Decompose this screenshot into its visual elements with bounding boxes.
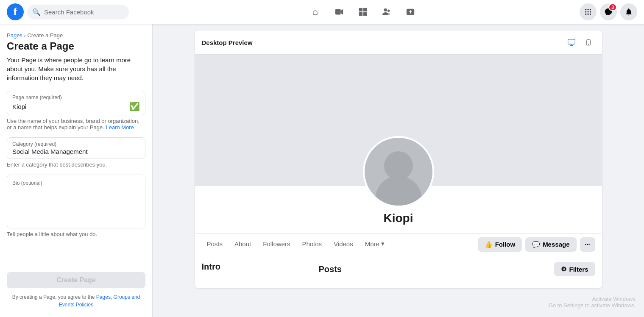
tabs-left: Posts About Followers Photos Videos More… [202, 234, 390, 255]
pages-policy-link[interactable]: Pages [96, 294, 111, 300]
profile-avatar-wrapper [363, 136, 434, 207]
avatar-placeholder [365, 138, 432, 206]
profile-name: Kiopi [195, 211, 602, 225]
page-description: Your Page is where people go to learn mo… [7, 56, 145, 82]
profile-bottom: Intro Posts ⚙ Filters [195, 255, 602, 288]
gaming-nav-button[interactable] [400, 2, 421, 22]
tabs-right: 👍 Follow 💬 Message ··· [478, 237, 595, 252]
messenger-button[interactable]: 3 [600, 3, 617, 20]
video-nav-button[interactable] [329, 2, 349, 22]
messenger-badge: 3 [608, 3, 617, 11]
posts-title: Posts [319, 264, 342, 274]
svg-point-6 [384, 8, 387, 11]
page-name-field[interactable]: Page name (required) ✅ [7, 91, 145, 115]
tab-photos[interactable]: Photos [297, 234, 327, 255]
tab-about[interactable]: About [229, 234, 256, 255]
mobile-preview-btn[interactable] [582, 36, 595, 49]
svg-point-13 [590, 9, 591, 10]
search-input[interactable] [44, 8, 124, 16]
search-icon: 🔍 [32, 8, 41, 16]
top-navigation: f 🔍 ⌂ 3 [0, 0, 644, 24]
groups-nav-button[interactable] [376, 2, 397, 22]
profile-avatar [363, 136, 434, 207]
bio-group: Bio (optional) Tell people a little abou… [7, 175, 145, 237]
search-bar-container[interactable]: 🔍 [27, 5, 129, 19]
check-icon: ✅ [129, 101, 140, 111]
svg-rect-2 [359, 8, 362, 11]
page-name-group: Page name (required) ✅ Use the name of y… [7, 91, 145, 131]
home-nav-button[interactable]: ⌂ [305, 2, 326, 22]
svg-point-15 [588, 11, 589, 13]
create-page-button[interactable]: Create Page [7, 272, 145, 288]
posts-section: Posts ⚙ Filters [319, 262, 595, 281]
svg-rect-0 [335, 9, 340, 15]
more-chevron-icon: ▾ [381, 240, 385, 247]
bio-input[interactable] [12, 188, 140, 222]
main-layout: Pages › Create a Page Create a Page Your… [0, 24, 644, 317]
follow-button[interactable]: 👍 Follow [478, 237, 522, 252]
preview-header: Desktop Preview [195, 31, 602, 55]
category-label: Category (required) [12, 141, 140, 147]
facebook-logo[interactable]: f [7, 3, 24, 20]
svg-marker-1 [340, 9, 343, 15]
filters-icon: ⚙ [561, 265, 566, 273]
footer-text: By creating a Page, you agree to the Pag… [7, 293, 145, 309]
svg-point-18 [588, 14, 589, 15]
nav-center: ⌂ [153, 2, 573, 22]
category-group: Category (required) Enter a category tha… [7, 137, 145, 168]
filters-button[interactable]: ⚙ Filters [554, 262, 595, 276]
preview-title: Desktop Preview [202, 39, 253, 46]
page-name-helper: Use the name of your business, brand or … [7, 118, 145, 131]
svg-point-7 [387, 10, 390, 12]
svg-point-17 [585, 14, 586, 15]
tab-followers[interactable]: Followers [258, 234, 295, 255]
profile-tabs: Posts About Followers Photos Videos More… [195, 234, 602, 255]
preview-panel: Desktop Preview [195, 31, 602, 288]
nav-right: 3 [573, 3, 644, 20]
page-title: Create a Page [7, 40, 145, 52]
bio-field[interactable]: Bio (optional) [7, 175, 145, 228]
tab-more[interactable]: More ▾ [360, 234, 390, 255]
right-content: Desktop Preview [153, 24, 644, 317]
nav-left: f 🔍 [0, 3, 153, 20]
svg-point-19 [590, 14, 591, 15]
svg-point-16 [590, 11, 591, 13]
svg-point-14 [585, 11, 586, 13]
notifications-button[interactable] [620, 3, 637, 20]
store-nav-button[interactable] [353, 2, 373, 22]
category-field[interactable]: Category (required) [7, 137, 145, 159]
preview-icons [565, 36, 595, 49]
svg-rect-5 [363, 12, 366, 16]
svg-point-11 [585, 9, 586, 10]
more-actions-button[interactable]: ··· [580, 237, 595, 252]
desktop-preview-btn[interactable] [565, 36, 578, 49]
avatar-body [375, 176, 422, 206]
profile-cover [195, 55, 602, 186]
preview-scroll-area[interactable]: Kiopi Posts About Followers Photos Video… [195, 55, 602, 288]
svg-point-12 [588, 9, 589, 10]
tab-posts[interactable]: Posts [202, 234, 228, 255]
left-sidebar: Pages › Create a Page Create a Page Your… [0, 24, 153, 317]
intro-title: Intro [202, 262, 312, 272]
breadcrumb-pages-link[interactable]: Pages [7, 32, 22, 39]
bio-helper: Tell people a little about what you do. [7, 231, 145, 237]
message-button[interactable]: 💬 Message [525, 237, 576, 252]
tab-videos[interactable]: Videos [329, 234, 358, 255]
category-input[interactable] [12, 148, 140, 155]
svg-rect-20 [568, 39, 575, 44]
svg-rect-4 [359, 12, 362, 16]
category-helper: Enter a category that best describes you… [7, 161, 145, 168]
apps-button[interactable] [580, 3, 597, 20]
page-name-input[interactable] [12, 103, 129, 110]
breadcrumb: Pages › Create a Page [7, 32, 145, 39]
learn-more-link[interactable]: Learn More [106, 124, 134, 131]
posts-header: Posts ⚙ Filters [319, 262, 595, 276]
logo-letter: f [14, 6, 17, 18]
svg-point-24 [588, 44, 588, 44]
svg-rect-3 [363, 8, 366, 11]
page-name-label: Page name (required) [12, 95, 140, 100]
intro-section: Intro [202, 262, 312, 281]
bio-label: Bio (optional) [12, 180, 140, 186]
